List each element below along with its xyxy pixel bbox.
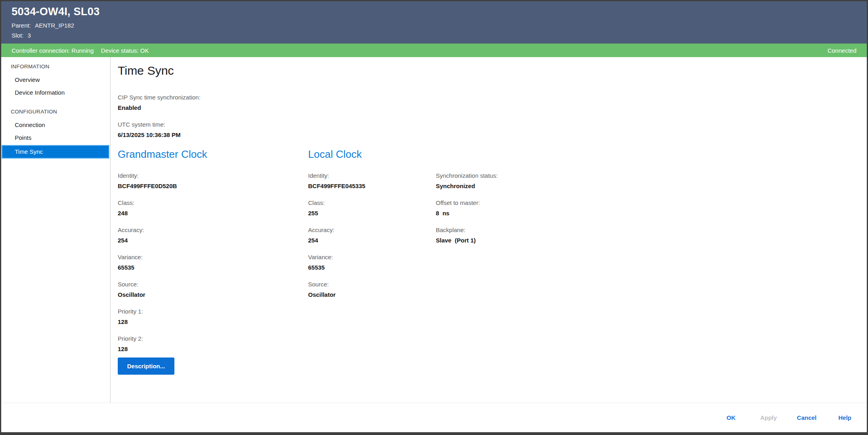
- field-value: 65535: [308, 263, 436, 272]
- field-label: Synchronization status:: [436, 171, 855, 180]
- field-value: 6/13/2025 10:36:38 PM: [118, 131, 855, 139]
- apply-button[interactable]: Apply: [755, 409, 782, 426]
- field-gm-accuracy: Accuracy: 254: [118, 226, 308, 245]
- description-button[interactable]: Description...: [118, 358, 174, 375]
- field-sync-status: Synchronization status: Synchronized: [436, 171, 855, 191]
- sidebar-item-points[interactable]: Points: [1, 131, 110, 144]
- sidebar-item-overview[interactable]: Overview: [1, 73, 110, 86]
- field-lc-identity: Identity: BCF499FFFE045335: [308, 171, 436, 191]
- page-title: Time Sync: [118, 63, 855, 79]
- grandmaster-clock-heading: Grandmaster Clock: [118, 147, 308, 161]
- field-gm-variance: Variance: 65535: [118, 253, 308, 272]
- field-label: Priority 1:: [118, 307, 308, 316]
- field-gm-identity: Identity: BCF499FFFE0D520B: [118, 171, 308, 191]
- field-label: Variance:: [308, 253, 436, 262]
- field-label: Identity:: [118, 171, 308, 180]
- parent-label: Parent:: [12, 20, 31, 30]
- device-properties-window: 5034-OW4I, SL03 Parent: AENTR_IP182 Slot…: [0, 0, 868, 435]
- module-title: 5034-OW4I, SL03: [12, 5, 856, 18]
- field-value: Oscillator: [308, 290, 436, 299]
- field-label: CIP Sync time synchronization:: [118, 93, 855, 102]
- field-value: 128: [118, 345, 308, 354]
- field-value: 254: [308, 236, 436, 245]
- sidebar-item-device-information[interactable]: Device Information: [1, 86, 110, 99]
- field-value: Slave (Port 1): [436, 236, 855, 245]
- field-label: Identity:: [308, 171, 436, 180]
- help-button[interactable]: Help: [832, 409, 858, 426]
- dialog-footer: OK Apply Cancel Help: [1, 403, 867, 432]
- sync-status-section: Synchronization status: Synchronized Off…: [436, 147, 855, 375]
- sidebar-item-time-sync[interactable]: Time Sync: [2, 145, 109, 159]
- field-lc-accuracy: Accuracy: 254: [308, 226, 436, 245]
- slot-label: Slot:: [12, 30, 24, 40]
- field-gm-priority-1: Priority 1: 128: [118, 307, 308, 326]
- nav-section-information: INFORMATION Overview Device Information: [1, 60, 110, 99]
- field-value: 248: [118, 209, 308, 218]
- status-bar: Controller connection: Running Device st…: [1, 44, 867, 57]
- field-offset-to-master: Offset to master: 8 ns: [436, 199, 855, 218]
- dialog-body: INFORMATION Overview Device Information …: [1, 57, 867, 403]
- field-label: Priority 2:: [118, 334, 308, 343]
- sidebar-item-connection[interactable]: Connection: [1, 119, 110, 131]
- nav-section-information-header: INFORMATION: [1, 60, 110, 73]
- field-label: UTC system time:: [118, 120, 855, 129]
- field-value: Enabled: [118, 103, 855, 112]
- field-value: Synchronized: [436, 182, 855, 191]
- field-utc-time: UTC system time: 6/13/2025 10:36:38 PM: [118, 120, 855, 139]
- field-lc-source: Source: Oscillator: [308, 280, 436, 299]
- local-clock-heading: Local Clock: [308, 147, 436, 161]
- field-label: Backplane:: [436, 226, 855, 234]
- field-value: 255: [308, 209, 436, 218]
- field-backplane: Backplane: Slave (Port 1): [436, 226, 855, 245]
- field-label: Accuracy:: [118, 226, 308, 234]
- nav-section-configuration-header: CONFIGURATION: [1, 105, 110, 119]
- slot-info: Slot: 3: [12, 30, 856, 40]
- sidebar-nav: INFORMATION Overview Device Information …: [1, 57, 111, 403]
- ok-button[interactable]: OK: [718, 409, 744, 426]
- device-status: Device status: OK: [101, 47, 149, 54]
- field-value: 128: [118, 318, 308, 326]
- connection-state: Connected: [827, 47, 856, 54]
- clock-columns: Grandmaster Clock Identity: BCF499FFFE0D…: [118, 147, 855, 375]
- field-label: Accuracy:: [308, 226, 436, 234]
- field-label: Offset to master:: [436, 199, 855, 207]
- field-gm-class: Class: 248: [118, 199, 308, 218]
- controller-connection-status: Controller connection: Running: [12, 47, 94, 54]
- parent-value: AENTR_IP182: [35, 20, 74, 30]
- nav-section-configuration: CONFIGURATION Connection Points Time Syn…: [1, 105, 110, 159]
- field-label: Source:: [308, 280, 436, 289]
- field-gm-source: Source: Oscillator: [118, 280, 308, 299]
- field-value: 65535: [118, 263, 308, 272]
- slot-value: 3: [28, 30, 31, 40]
- field-label: Source:: [118, 280, 308, 289]
- field-value: 254: [118, 236, 308, 245]
- field-label: Class:: [118, 199, 308, 207]
- parent-info: Parent: AENTR_IP182: [12, 20, 856, 30]
- field-value: BCF499FFFE0D520B: [118, 182, 308, 191]
- sync-status-heading-spacer: [436, 147, 855, 161]
- grandmaster-clock-section: Grandmaster Clock Identity: BCF499FFFE0D…: [118, 147, 308, 375]
- field-value: BCF499FFFE045335: [308, 182, 436, 191]
- titlebar: 5034-OW4I, SL03 Parent: AENTR_IP182 Slot…: [1, 1, 867, 44]
- field-value: Oscillator: [118, 290, 308, 299]
- field-lc-class: Class: 255: [308, 199, 436, 218]
- field-label: Variance:: [118, 253, 308, 262]
- field-gm-priority-2: Priority 2: 128: [118, 334, 308, 354]
- time-sync-page: Time Sync CIP Sync time synchronization:…: [111, 57, 867, 403]
- cancel-button[interactable]: Cancel: [793, 409, 821, 426]
- field-lc-variance: Variance: 65535: [308, 253, 436, 272]
- field-cip-sync: CIP Sync time synchronization: Enabled: [118, 93, 855, 112]
- local-clock-section: Local Clock Identity: BCF499FFFE045335 C…: [308, 147, 436, 375]
- field-label: Class:: [308, 199, 436, 207]
- field-value: 8 ns: [436, 209, 855, 218]
